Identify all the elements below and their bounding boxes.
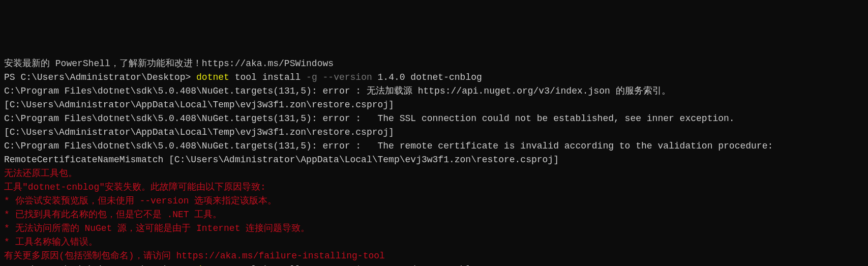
- cmd-executable: dotnet: [196, 72, 229, 82]
- command-line-2: PS C:\Users\Administrator\Desktop> dotne…: [4, 263, 864, 266]
- error-output-line: C:\Program Files\dotnet\sdk\5.0.408\NuGe…: [4, 112, 864, 139]
- cmd-flag: --version: [323, 72, 372, 82]
- error-link-line: 有关更多原因(包括强制包命名)，请访问 https://aka.ms/failu…: [4, 249, 864, 263]
- error-bullet-line: * 工具名称输入错误。: [4, 235, 864, 249]
- truncated-header-line: 安装最新的 PowerShell，了解新功能和改进！https://aka.ms…: [4, 57, 864, 71]
- cmd-space: [317, 72, 323, 82]
- error-message-line: 无法还原工具包。: [4, 167, 864, 181]
- error-bullet-line: * 已找到具有此名称的包，但是它不是 .NET 工具。: [4, 208, 864, 222]
- ps-prompt: PS C:\Users\Administrator\Desktop>: [4, 72, 196, 82]
- cmd-flag: -g: [306, 72, 317, 82]
- error-output-line: C:\Program Files\dotnet\sdk\5.0.408\NuGe…: [4, 84, 864, 112]
- error-bullet-line: * 你尝试安装预览版，但未使用 --version 选项来指定该版本。: [4, 194, 864, 208]
- error-message-line: 工具"dotnet-cnblog"安装失败。此故障可能由以下原因导致:: [4, 181, 864, 194]
- error-output-line: C:\Program Files\dotnet\sdk\5.0.408\NuGe…: [4, 139, 864, 167]
- command-line-1: PS C:\Users\Administrator\Desktop> dotne…: [4, 71, 864, 84]
- cmd-args: 1.4.0 dotnet-cnblog: [372, 72, 482, 82]
- error-bullet-line: * 无法访问所需的 NuGet 源，这可能是由于 Internet 连接问题导致…: [4, 222, 864, 235]
- terminal-output[interactable]: 安装最新的 PowerShell，了解新功能和改进！https://aka.ms…: [4, 57, 864, 266]
- cmd-args: tool install: [229, 72, 306, 82]
